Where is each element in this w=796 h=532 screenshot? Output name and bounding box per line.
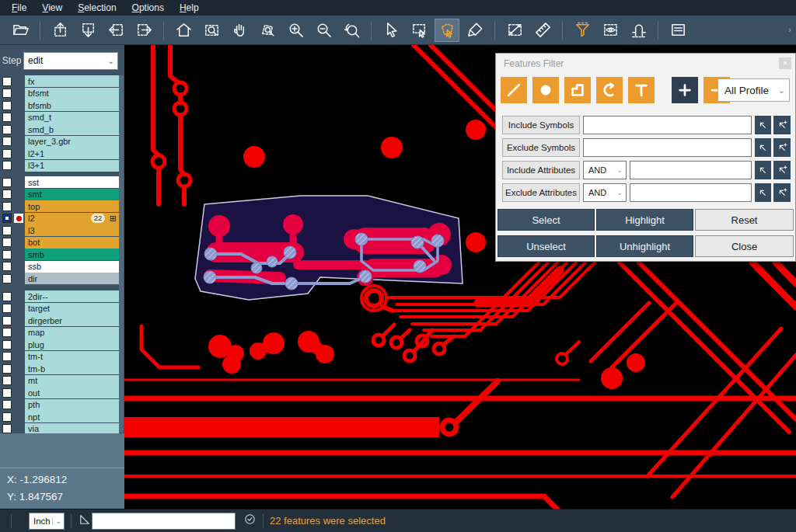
draw-surface-button[interactable] (564, 77, 591, 103)
layer-row-map[interactable]: map (0, 327, 119, 339)
filter-value-input[interactable] (583, 138, 752, 157)
pick-add-button[interactable] (773, 116, 791, 134)
layer-row-l2+1[interactable]: l2+1 (0, 148, 119, 159)
layer-checkbox[interactable] (2, 316, 12, 325)
zoom-window-button[interactable] (199, 19, 224, 42)
logic-select[interactable]: AND⌄ (583, 161, 627, 179)
layer-row-ssb[interactable]: ssb (0, 261, 119, 273)
highlight-button[interactable]: Highlight (596, 209, 693, 231)
layer-row-npt[interactable]: npt (0, 411, 119, 422)
layer-row-bfsmb[interactable]: bfsmb (0, 99, 119, 111)
layer-row-tm-b[interactable]: tm-b (0, 363, 119, 374)
layer-row-dirgerber[interactable]: dirgerber (0, 315, 119, 326)
layer-checkbox[interactable] (2, 226, 12, 235)
layer-row-l2[interactable]: l222⊞ (0, 213, 119, 224)
layer-name[interactable]: l2+1 (25, 148, 119, 159)
unit-select[interactable]: Inch ⌄ (29, 513, 65, 530)
layer-name[interactable]: smb (25, 249, 119, 260)
menu-view[interactable]: View (35, 1, 69, 15)
layers-panel-button[interactable] (665, 19, 690, 42)
layer-name[interactable]: sst (25, 176, 119, 188)
layer-name[interactable]: tm-b (25, 363, 119, 374)
layer-checkbox[interactable] (2, 77, 12, 86)
features-filter-button[interactable] (570, 19, 595, 42)
pick-from-canvas-button[interactable] (755, 183, 771, 202)
layer-checkbox[interactable] (2, 190, 12, 199)
snap-magnet-button[interactable] (626, 19, 651, 42)
active-layer-indicator[interactable] (14, 214, 23, 223)
select-button[interactable]: Select (498, 209, 595, 231)
toolbar-overflow-chevron[interactable]: › (788, 25, 791, 34)
menu-file[interactable]: File (5, 1, 33, 15)
layer-checkbox[interactable] (2, 376, 12, 385)
zoom-out-button[interactable] (311, 19, 336, 42)
layer-checkbox[interactable] (2, 328, 12, 337)
layer-name[interactable]: l222⊞ (25, 213, 119, 224)
layer-checkbox[interactable] (2, 364, 12, 374)
layer-row-sst[interactable]: sst (0, 176, 119, 188)
logic-select[interactable]: AND⌄ (583, 183, 627, 202)
layer-name[interactable]: mt (25, 375, 119, 387)
layer-checkbox[interactable] (2, 412, 12, 422)
layer-name[interactable]: top (25, 200, 119, 212)
dialog-close-button[interactable]: × (779, 57, 791, 69)
select-cursor-button[interactable] (379, 19, 403, 42)
home-view-button[interactable] (171, 19, 196, 42)
layer-name[interactable]: ssb (25, 261, 119, 273)
layer-name[interactable]: plug (25, 339, 119, 350)
clear-brush-button[interactable] (463, 19, 487, 42)
pick-add-button[interactable] (773, 138, 791, 157)
layer-row-smd_t[interactable]: smd_t (0, 112, 119, 123)
layer-name[interactable]: target (25, 303, 119, 315)
select-polygon-button[interactable] (435, 19, 459, 42)
layer-name[interactable]: out (25, 387, 119, 398)
layers-scrollbar[interactable] (119, 75, 124, 433)
layer-row-pth[interactable]: pth (0, 399, 119, 411)
pick-from-canvas-button[interactable] (755, 161, 771, 179)
draw-line-button[interactable] (501, 77, 527, 103)
zoom-in-button[interactable] (283, 19, 308, 42)
layer-name[interactable]: npt (25, 411, 119, 422)
pick-add-button[interactable] (773, 161, 791, 179)
layer-checkbox[interactable] (2, 137, 12, 146)
menu-options[interactable]: Options (125, 1, 171, 15)
unselect-button[interactable]: Unselect (498, 235, 595, 257)
reset-button[interactable]: Reset (695, 209, 794, 231)
filter-value-input[interactable] (630, 161, 752, 179)
select-rectangle-button[interactable] (407, 19, 431, 42)
layer-checkbox[interactable] (2, 101, 12, 110)
layer-name[interactable]: bfsmb (25, 99, 119, 111)
profile-select[interactable]: All Profile ⌄ (717, 78, 790, 102)
pan-down-button[interactable] (75, 19, 100, 42)
filter-value-input[interactable] (583, 116, 752, 134)
layer-row-tm-t[interactable]: tm-t (0, 351, 119, 363)
layer-row-plug[interactable]: plug (0, 339, 119, 350)
filter-value-input[interactable] (630, 183, 752, 202)
grid-icon[interactable]: ⊞ (110, 213, 117, 224)
layer-row-smt[interactable]: smt (0, 189, 119, 200)
layer-checkbox[interactable] (2, 125, 12, 134)
layer-row-target[interactable]: target (0, 303, 119, 315)
layer-name[interactable]: layer_3.gbr (25, 136, 119, 148)
add-filter-button[interactable] (672, 77, 698, 103)
layer-name[interactable]: 2dir-- (25, 290, 119, 302)
layer-name[interactable]: map (25, 327, 119, 339)
pick-from-canvas-button[interactable] (755, 138, 771, 157)
layer-checkbox[interactable] (2, 340, 12, 349)
layer-checkbox[interactable] (2, 89, 12, 98)
layer-checkbox[interactable] (2, 202, 12, 211)
layer-name[interactable]: smd_t (25, 112, 119, 123)
layer-row-top[interactable]: top (0, 200, 119, 212)
filter-row-label[interactable]: Include Symbols (502, 116, 580, 134)
layer-name[interactable]: fx (25, 75, 119, 87)
layer-name[interactable]: bot (25, 237, 119, 249)
layer-row-l3[interactable]: l3 (0, 224, 119, 236)
layer-checkbox[interactable] (2, 178, 12, 187)
zoom-previous-button[interactable] (339, 19, 364, 42)
layer-row-bot[interactable]: bot (0, 237, 119, 249)
pan-up-button[interactable] (47, 19, 72, 42)
hand-pan-button[interactable] (227, 19, 252, 42)
layer-name[interactable]: smt (25, 189, 119, 200)
unhighlight-button[interactable]: Unhighlight (596, 235, 693, 257)
layer-row-fx[interactable]: fx (0, 75, 119, 87)
